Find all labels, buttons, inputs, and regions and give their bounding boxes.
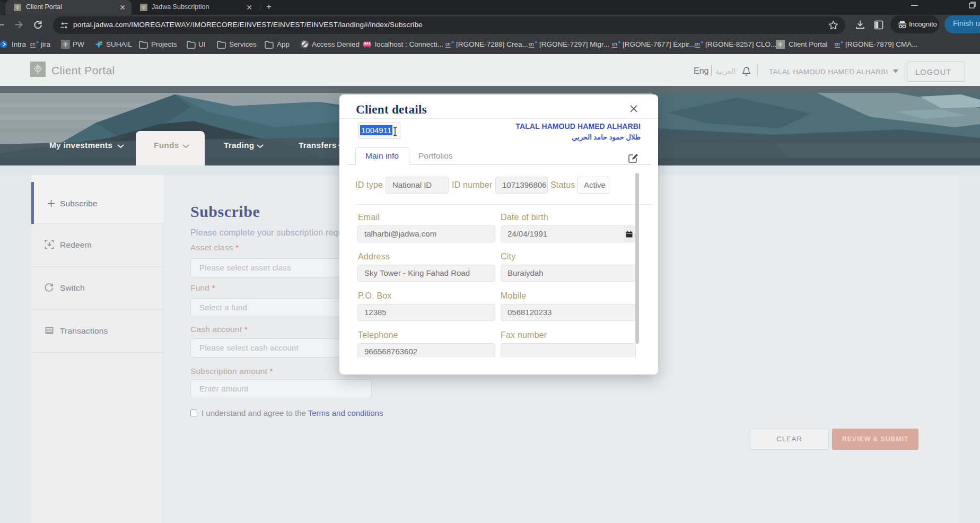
svg-text:cn: cn — [529, 41, 534, 47]
svg-text:cn: cn — [30, 41, 36, 47]
svg-text:cn: cn — [695, 41, 700, 47]
svg-text:cn: cn — [835, 41, 840, 47]
svg-text:cn: cn — [445, 41, 451, 47]
svg-text:cn: cn — [612, 41, 617, 47]
